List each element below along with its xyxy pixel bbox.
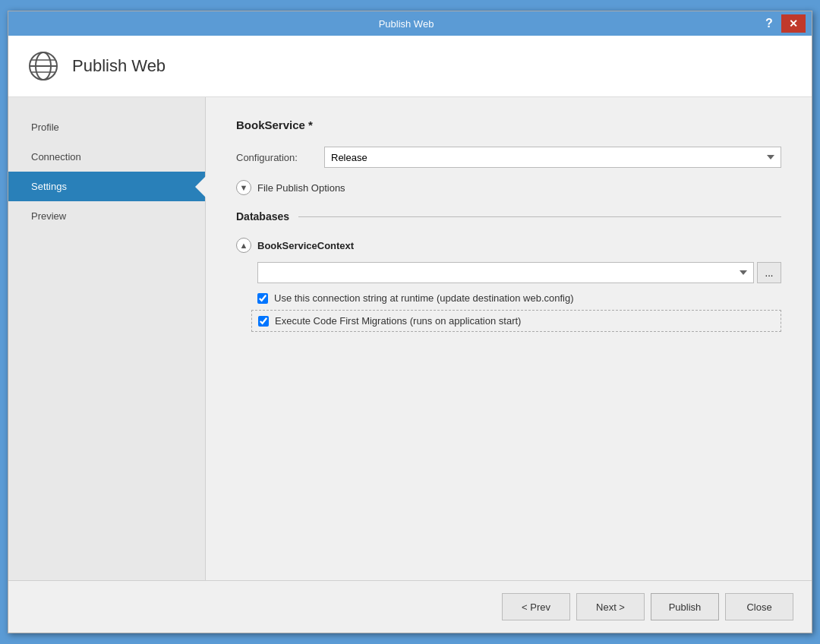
close-window-button[interactable]: ✕: [781, 14, 806, 33]
databases-divider-row: Databases: [236, 210, 781, 223]
collapse-icon: ▼: [236, 180, 251, 195]
publish-button[interactable]: Publish: [651, 593, 719, 620]
sidebar-item-settings[interactable]: Settings: [8, 172, 205, 201]
file-publish-options-row[interactable]: ▼ File Publish Options: [236, 180, 781, 195]
browse-button[interactable]: ...: [757, 262, 781, 283]
sidebar-item-connection[interactable]: Connection: [8, 142, 205, 172]
dialog-header: Publish Web: [8, 36, 812, 97]
execute-migrations-checkbox[interactable]: [258, 316, 269, 327]
use-connection-string-row: Use this connection string at runtime (u…: [236, 292, 781, 304]
configuration-select[interactable]: Release Debug: [324, 147, 781, 168]
settings-content: BookService * Configuration: Release Deb…: [206, 97, 812, 580]
title-bar: Publish Web ? ✕: [8, 11, 812, 36]
execute-migrations-row: Execute Code First Migrations (runs on a…: [251, 310, 781, 332]
connection-string-select[interactable]: [257, 262, 754, 283]
file-publish-options-label: File Publish Options: [257, 182, 345, 194]
databases-label: Databases: [236, 210, 289, 223]
connection-string-row: ...: [236, 262, 781, 283]
configuration-label: Configuration:: [236, 152, 312, 163]
use-connection-string-label: Use this connection string at runtime (u…: [274, 292, 574, 304]
use-connection-string-checkbox[interactable]: [257, 293, 268, 304]
footer: < Prev Next > Publish Close: [8, 580, 812, 633]
section-title: BookService *: [236, 118, 781, 131]
prev-button[interactable]: < Prev: [502, 593, 570, 620]
title-bar-controls: ? ✕: [760, 14, 806, 33]
db-context-row: ▲ BookServiceContext: [236, 238, 781, 253]
close-button[interactable]: Close: [725, 593, 793, 620]
help-button[interactable]: ?: [760, 14, 778, 33]
globe-icon: [27, 49, 60, 83]
sidebar-item-preview[interactable]: Preview: [8, 201, 205, 231]
db-context-label: BookServiceContext: [257, 240, 354, 251]
db-collapse-icon[interactable]: ▲: [236, 238, 251, 253]
databases-divider-line: [298, 216, 781, 217]
sidebar-item-profile[interactable]: Profile: [8, 112, 205, 142]
execute-migrations-label: Execute Code First Migrations (runs on a…: [275, 315, 521, 327]
main-content: Profile Connection Settings Preview Book…: [8, 97, 812, 580]
next-button[interactable]: Next >: [576, 593, 645, 620]
header-title: Publish Web: [72, 56, 166, 76]
title-bar-title: Publish Web: [52, 18, 760, 30]
configuration-row: Configuration: Release Debug: [236, 147, 781, 168]
publish-web-dialog: Publish Web ? ✕ Publish Web Profile Conn…: [8, 11, 812, 633]
sidebar: Profile Connection Settings Preview: [8, 97, 206, 580]
